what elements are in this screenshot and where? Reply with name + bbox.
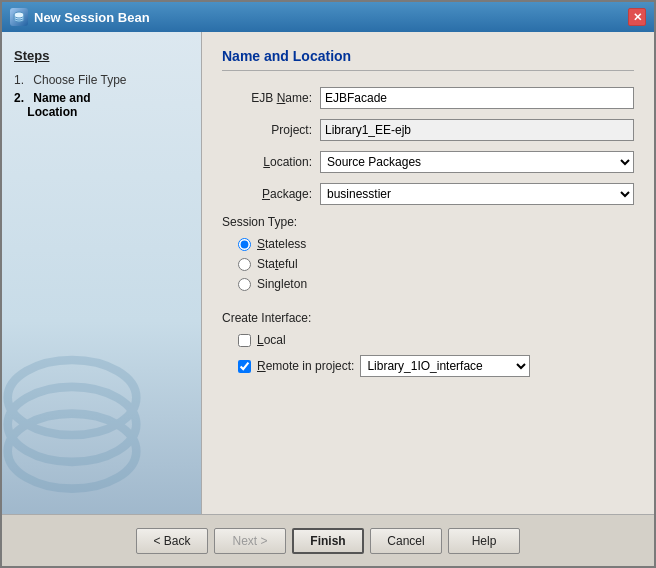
section-title: Name and Location [222,48,634,71]
project-row: Project: [222,119,634,141]
step-2: 2. Name and Location [14,91,189,119]
help-button[interactable]: Help [448,528,520,554]
local-checkbox[interactable] [238,334,251,347]
location-row: Location: Source Packages [222,151,634,173]
back-button[interactable]: < Back [136,528,208,554]
ejb-name-row: EJB Name: [222,87,634,109]
next-button[interactable]: Next > [214,528,286,554]
project-input[interactable] [320,119,634,141]
singleton-label[interactable]: Singleton [257,277,307,291]
svg-point-2 [14,12,24,18]
steps-list: 1. Choose File Type 2. Name and Location [14,73,189,119]
stateless-radio[interactable] [238,238,251,251]
remote-checkbox[interactable] [238,360,251,373]
title-bar: New Session Bean ✕ [2,2,654,32]
finish-button[interactable]: Finish [292,528,364,554]
package-select[interactable]: businesstier [320,183,634,205]
dialog-window: New Session Bean ✕ Steps 1. Choose File … [0,0,656,568]
singleton-radio[interactable] [238,278,251,291]
sidebar: Steps 1. Choose File Type 2. Name and Lo… [2,32,202,514]
session-type-section: Session Type: Stateless Stateful Singlet… [222,215,634,297]
package-label: Package: [222,187,312,201]
local-row: Local [238,333,634,347]
stateless-row: Stateless [238,237,634,251]
close-button[interactable]: ✕ [628,8,646,26]
remote-row: Remote in project: Library_1IO_interface [238,355,634,377]
dialog-title: New Session Bean [34,10,622,25]
ejb-name-label: EJB Name: [222,91,312,105]
steps-heading: Steps [14,48,189,63]
location-label: Location: [222,155,312,169]
remote-project-select[interactable]: Library_1IO_interface [360,355,530,377]
stateful-row: Stateful [238,257,634,271]
session-type-label: Session Type: [222,215,634,229]
create-interface-section: Create Interface: Local Remote in projec… [222,311,634,385]
ejb-name-input[interactable] [320,87,634,109]
stateful-radio[interactable] [238,258,251,271]
create-interface-label: Create Interface: [222,311,634,325]
remote-label[interactable]: Remote in project: [257,359,354,373]
package-row: Package: businesstier [222,183,634,205]
stateless-label[interactable]: Stateless [257,237,306,251]
singleton-row: Singleton [238,277,634,291]
cancel-button[interactable]: Cancel [370,528,442,554]
local-label[interactable]: Local [257,333,286,347]
footer: < Back Next > Finish Cancel Help [2,514,654,566]
dialog-icon [10,8,28,26]
dialog-body: Steps 1. Choose File Type 2. Name and Lo… [2,32,654,514]
main-content: Name and Location EJB Name: Project: Loc… [202,32,654,514]
project-label: Project: [222,123,312,137]
stateful-label[interactable]: Stateful [257,257,298,271]
location-select[interactable]: Source Packages [320,151,634,173]
step-1: 1. Choose File Type [14,73,189,87]
sidebar-watermark [2,344,162,494]
